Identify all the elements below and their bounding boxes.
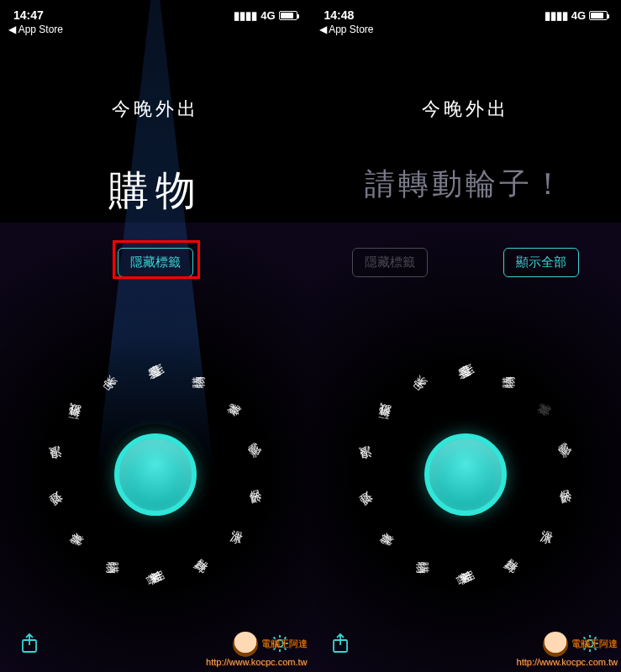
share-icon[interactable] (331, 633, 350, 659)
signal-icon: ▮▮▮▮ (234, 9, 257, 22)
watermark: 電腦王阿達http://www.kocpc.com.tw (517, 632, 618, 667)
signal-icon: ▮▮▮▮ (545, 9, 568, 22)
show-all-button[interactable]: 顯示全部 (503, 248, 579, 277)
status-bar: 14:47▮▮▮▮4G (0, 0, 311, 25)
action-row: 隱藏標籤 (0, 248, 311, 277)
result-text: 購物 (0, 164, 311, 218)
wheel-title: 今晚外出 (0, 97, 311, 122)
back-to-appstore[interactable]: ◀ App Store (319, 24, 374, 35)
hide-tag-button[interactable]: 隱藏標籤 (118, 248, 193, 277)
network-label: 4G (261, 9, 275, 22)
status-bar: 14:48▮▮▮▮4G (311, 0, 622, 25)
back-to-appstore[interactable]: ◀ App Store (8, 24, 63, 35)
hide-tag-button[interactable]: 隱藏標籤 (352, 248, 428, 277)
watermark: 電腦王阿達http://www.kocpc.com.tw (206, 632, 307, 667)
action-row: 隱藏標籤顯示全部 (311, 248, 622, 277)
mascot-icon (233, 632, 258, 657)
battery-icon (589, 11, 608, 20)
status-time: 14:47 (13, 8, 44, 22)
wheel-hub (105, 424, 206, 525)
spin-button[interactable] (424, 433, 507, 516)
status-time: 14:48 (324, 8, 355, 22)
phone-screen: 購物就餐電影保齡滑冰跳舞朋友聚會購物就餐郊遊浪漫玩遊戲呆家泡咖啡館14:47▮▮… (0, 0, 311, 672)
phone-screen: 購物就餐電影保齡滑冰跳舞朋友聚會購物就餐郊遊浪漫玩遊戲呆家泡咖啡館14:48▮▮… (311, 0, 622, 672)
spin-button[interactable] (114, 433, 197, 516)
battery-icon (279, 11, 297, 20)
share-icon[interactable] (20, 633, 39, 659)
network-label: 4G (571, 9, 586, 22)
wheel-title: 今晚外出 (311, 97, 622, 122)
result-text: 請轉動輪子！ (311, 164, 622, 205)
mascot-icon (543, 632, 568, 657)
wheel-hub (415, 424, 516, 525)
